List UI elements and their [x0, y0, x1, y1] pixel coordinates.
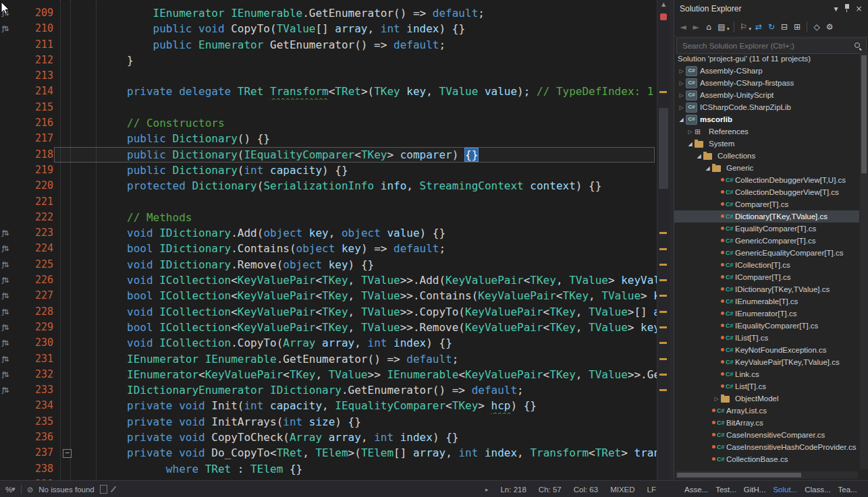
- char-indicator[interactable]: Ch: 57: [539, 486, 562, 494]
- code-line[interactable]: 219 public Dictionary(int capacity) {}: [0, 163, 657, 178]
- dropdown-caret-icon[interactable]: ▾: [749, 26, 752, 32]
- code-line[interactable]: ƒ⇅232 IEnumerator<KeyValuePair<TKey, TVa…: [0, 367, 657, 382]
- code-text[interactable]: private delegate TRet Transform<TRet>(TK…: [75, 84, 657, 99]
- code-line[interactable]: 234 private void Init(int capacity, IEqu…: [0, 398, 657, 413]
- tree-horizontal-scrollbar[interactable]: [676, 471, 858, 479]
- code-text[interactable]: public Enumerator GetEnumerator() => def…: [75, 37, 657, 53]
- references-indicator-icon[interactable]: ƒ⇅: [0, 225, 21, 241]
- tree-item[interactable]: C#ArrayList.cs: [674, 405, 859, 417]
- line-number[interactable]: 229: [21, 320, 59, 335]
- column-indicator[interactable]: Col: 63: [574, 486, 598, 494]
- line-number[interactable]: 230: [21, 335, 59, 351]
- code-text[interactable]: protected Dictionary(SerializationInfo i…: [75, 178, 657, 194]
- scrollbar-up-arrow-icon[interactable]: ▲: [657, 1, 670, 7]
- line-number[interactable]: 214: [21, 84, 59, 99]
- code-line[interactable]: ƒ⇅227 bool ICollection<KeyValuePair<TKey…: [0, 288, 657, 303]
- panel-tab-gith[interactable]: GitH...: [744, 486, 766, 494]
- window-position-icon[interactable]: ▾: [830, 4, 842, 13]
- code-text[interactable]: private void Do_CopyTo<TRet, TElem>(TEle…: [75, 445, 657, 461]
- code-text[interactable]: void ICollection<KeyValuePair<TKey, TVal…: [75, 304, 657, 320]
- line-number[interactable]: 220: [21, 178, 59, 194]
- line-number[interactable]: 226: [21, 272, 59, 288]
- code-line[interactable]: ƒ⇅233 IDictionaryEnumerator IDictionary.…: [0, 382, 657, 398]
- code-line[interactable]: 216 // Constructors: [0, 115, 657, 131]
- scrollbar-thumb[interactable]: [861, 55, 867, 173]
- tree-item[interactable]: C#CollectionDebuggerView[T].cs: [674, 186, 859, 198]
- line-number[interactable]: 209: [21, 5, 59, 21]
- line-number[interactable]: 218: [21, 147, 59, 163]
- issues-icon[interactable]: ⊘: [27, 485, 34, 494]
- code-text[interactable]: private void Init(int capacity, IEqualit…: [75, 398, 657, 413]
- code-text[interactable]: void ICollection.CopyTo(Array array, int…: [75, 335, 657, 351]
- tree-item[interactable]: C#IDictionary[TKey,TValue].cs: [674, 283, 859, 295]
- code-text[interactable]: IEnumerator<KeyValuePair<TKey, TValue>> …: [75, 367, 657, 382]
- zoom-control[interactable]: % ▼: [5, 486, 16, 494]
- line-number[interactable]: 224: [21, 241, 59, 256]
- encoding-indicator[interactable]: MIXED: [610, 486, 634, 494]
- tree-item[interactable]: C#IComparer[T].cs: [674, 271, 859, 283]
- sync-with-active-document-icon[interactable]: ⇄: [753, 20, 765, 34]
- panel-tab-asse[interactable]: Asse...: [684, 486, 708, 494]
- code-line[interactable]: ƒ⇅209 IEnumerator IEnumerable.GetEnumera…: [0, 5, 657, 21]
- line-number[interactable]: 221: [21, 194, 59, 210]
- tree-item[interactable]: C#CollectionBase.cs: [674, 453, 859, 465]
- tree-item[interactable]: C#CaseInsensitiveHashCodeProvider.cs: [674, 441, 859, 453]
- code-line[interactable]: ƒ⇅228 void ICollection<KeyValuePair<TKey…: [0, 304, 657, 320]
- line-number[interactable]: 213: [21, 68, 59, 84]
- line-number[interactable]: 223: [21, 225, 59, 241]
- editor-scrollbar[interactable]: ▲: [657, 0, 670, 480]
- search-icon[interactable]: [854, 42, 862, 50]
- expander-open-icon[interactable]: ◢: [686, 141, 695, 147]
- code-line[interactable]: 235 private void InitArrays(int size) {}: [0, 414, 657, 430]
- tree-item[interactable]: ▷⊞References: [674, 125, 859, 138]
- expander-open-icon[interactable]: ◢: [695, 153, 703, 159]
- close-icon[interactable]: ×: [853, 4, 865, 13]
- code-text[interactable]: bool ICollection<KeyValuePair<TKey, TVal…: [75, 288, 657, 303]
- line-number[interactable]: 234: [21, 398, 59, 413]
- references-indicator-icon[interactable]: ƒ⇅: [0, 367, 21, 382]
- tree-item[interactable]: C#IEqualityComparer[T].cs: [674, 320, 859, 332]
- panel-tab-solut[interactable]: Solut...: [773, 486, 797, 494]
- expander-open-icon[interactable]: ◢: [703, 165, 712, 171]
- line-number[interactable]: 232: [21, 367, 59, 382]
- edit-icon[interactable]: [110, 486, 116, 493]
- references-indicator-icon[interactable]: ƒ⇅: [0, 351, 21, 367]
- tree-item[interactable]: C#GenericEqualityComparer[T].cs: [674, 247, 859, 259]
- tree-item[interactable]: C#BitArray.cs: [674, 417, 859, 429]
- tree-item[interactable]: C#KeyNotFoundException.cs: [674, 344, 859, 356]
- code-text[interactable]: void IDictionary.Add(object key, object …: [75, 225, 657, 241]
- line-number[interactable]: 238: [21, 461, 59, 477]
- tree-item[interactable]: C#Comparer[T].cs: [674, 198, 859, 210]
- tree-item[interactable]: C#Dictionary[TKey,TValue].cs: [674, 210, 859, 223]
- show-all-files-icon[interactable]: ⊞: [791, 20, 803, 34]
- fold-marker[interactable]: −: [59, 445, 75, 461]
- line-number[interactable]: 228: [21, 304, 59, 320]
- tree-item[interactable]: C#CollectionDebuggerView[T,U].cs: [674, 174, 859, 186]
- code-text[interactable]: [75, 100, 657, 115]
- line-indicator[interactable]: Ln: 218: [500, 486, 526, 494]
- tree-item[interactable]: ▷C#Assembly-UnityScript: [674, 89, 859, 101]
- line-number[interactable]: 210: [21, 21, 59, 36]
- line-number[interactable]: 236: [21, 430, 59, 445]
- code-text[interactable]: private void InitArrays(int size) {}: [75, 414, 657, 430]
- code-text[interactable]: [75, 68, 657, 84]
- code-line[interactable]: 238 where TRet : TElem {}: [0, 461, 657, 477]
- tree-item[interactable]: C#CaseInsensitiveComparer.cs: [674, 429, 859, 441]
- solution-tree[interactable]: Solution 'project-gui' (11 of 11 project…: [674, 53, 859, 469]
- code-line[interactable]: ƒ⇅225 void IDictionary.Remove(object key…: [0, 257, 657, 272]
- search-box[interactable]: [676, 38, 867, 54]
- expander-open-icon[interactable]: ◢: [677, 117, 686, 123]
- collapse-all-icon[interactable]: ⊟: [778, 20, 790, 34]
- code-text[interactable]: public Dictionary(IEqualityComparer<TKey…: [75, 147, 657, 163]
- collapse-icon[interactable]: −: [63, 449, 72, 458]
- code-line[interactable]: 222 // Methods: [0, 210, 657, 225]
- references-indicator-icon[interactable]: ƒ⇅: [0, 21, 21, 36]
- code-line[interactable]: 221: [0, 194, 657, 210]
- line-number[interactable]: 212: [21, 53, 59, 68]
- line-number[interactable]: 225: [21, 257, 59, 272]
- references-indicator-icon[interactable]: ƒ⇅: [0, 382, 21, 398]
- panel-tab-tea[interactable]: Tea...: [838, 486, 857, 494]
- code-text[interactable]: where TRet : TElem {}: [75, 461, 657, 477]
- code-line[interactable]: ƒ⇅223 void IDictionary.Add(object key, o…: [0, 225, 657, 241]
- properties-icon[interactable]: ⚙: [823, 20, 836, 34]
